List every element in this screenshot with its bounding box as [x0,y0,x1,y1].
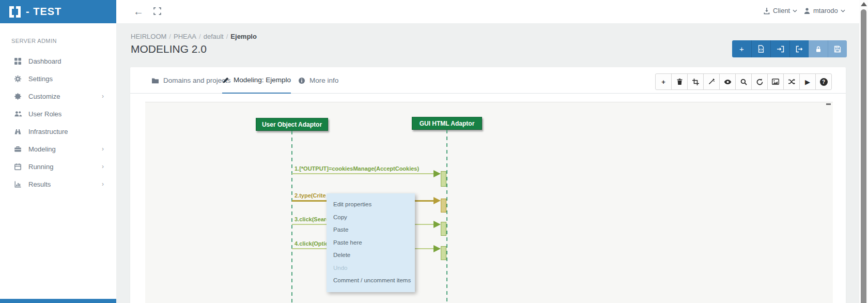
message-label[interactable]: 4.click(Optio [295,240,329,248]
delete-button[interactable] [671,73,688,90]
message-label[interactable]: 1.[*OUTPUT]=cookiesManage(AcceptCookies) [295,165,419,173]
activation-bar [441,222,446,236]
arrow-right-icon [433,197,441,204]
image-button[interactable] [767,73,784,90]
tab-modeling-ejemplo[interactable]: Modeling: Ejemplo [222,67,291,94]
lifeline [446,130,447,303]
plus-icon: + [739,44,744,53]
chevron-down-icon [793,9,797,12]
shuffle-icon [788,79,795,85]
gear-icon [13,74,22,83]
canvas-toolbar: + ▶ [656,73,832,90]
menu-item-paste-here[interactable]: Paste here [327,236,415,249]
search-button[interactable] [735,73,752,90]
page-scrollbar[interactable] [859,0,868,303]
chevron-down-icon [841,9,845,12]
chevron-right-icon: › [102,163,104,170]
actor-gui-html-adaptor[interactable]: GUI HTML Adaptor [412,117,482,130]
shuffle-button[interactable] [783,73,800,90]
activation-bar [441,199,446,213]
sidebar-footer-bar [0,299,116,303]
sidebar-item-label: User Roles [28,110,61,118]
add-button[interactable]: + [732,40,751,57]
fullscreen-icon[interactable] [153,7,161,15]
crop-button[interactable] [687,73,704,90]
menu-item-paste[interactable]: Paste [327,223,415,236]
users-icon [13,110,22,118]
circle-icon [13,92,22,100]
topbar: ← Client mtarodo [116,0,868,23]
trash-icon [676,78,683,85]
sidebar-item-infrastructure[interactable]: Infrastructure [0,123,116,140]
sidebar-item-modeling[interactable]: Modeling › [0,140,116,158]
refresh-button[interactable] [751,73,768,90]
client-label: Client [773,7,790,14]
sidebar-item-running[interactable]: Running › [0,158,116,175]
sidebar-item-label: Infrastructure [28,128,68,135]
canvas-scroll-nub[interactable] [826,103,831,105]
export-file-button[interactable] [751,40,770,57]
file-code-icon [757,45,765,53]
pencil-icon [222,77,229,84]
folder-icon [151,77,159,84]
question-icon: ? [820,78,828,86]
eye-icon [724,79,732,85]
sidebar-item-label: Dashboard [28,57,61,65]
sidebar-item-dashboard[interactable]: Dashboard [0,52,116,70]
arrow-right-icon [433,245,441,252]
preview-button[interactable] [719,73,736,90]
breadcrumb-current: Ejemplo [230,33,257,40]
help-button[interactable]: ? [815,73,832,90]
sidebar-item-label: Running [28,163,53,171]
info-icon [298,77,305,84]
user-icon [803,7,811,14]
modeling-card: Domains and projects Modeling: Ejemplo M… [130,67,846,303]
tab-domains-and-projects[interactable]: Domains and projects [151,67,231,94]
menu-item-copy[interactable]: Copy [327,211,415,224]
page-title: MODELING 2.0 [131,43,207,55]
tab-label: Modeling: Ejemplo [234,76,291,84]
activation-bar [441,246,446,260]
app-logo[interactable]: - TEST [0,0,116,23]
breadcrumb-item[interactable]: default [204,33,224,40]
sidebar-item-settings[interactable]: Settings [0,70,116,87]
sidebar-item-label: Settings [28,75,53,83]
breadcrumb-item[interactable]: PHEAA [174,33,196,40]
actor-user-object-adaptor[interactable]: User Object Adaptor [256,118,328,131]
message-line [292,173,433,174]
plus-icon: + [661,78,665,86]
client-dropdown[interactable]: Client [763,7,797,14]
tab-label: More info [309,77,338,84]
save-button[interactable] [828,40,847,57]
run-button[interactable]: ▶ [799,73,816,90]
tab-label: Domains and projects [163,77,231,84]
message-label[interactable]: 3.click(Searc [295,216,329,223]
message-label[interactable]: 2.type(Crite [295,192,326,200]
magic-wand-button[interactable] [703,73,720,90]
user-dropdown[interactable]: mtarodo [803,7,845,14]
context-menu: Edit properties Copy Paste Paste here De… [327,193,415,292]
binoculars-icon [13,127,22,135]
import-button[interactable] [770,40,789,57]
sidebar-item-customize[interactable]: Customize › [0,87,116,105]
save-icon [834,46,841,53]
sidebar-item-user-roles[interactable]: User Roles [0,105,116,123]
play-icon: ▶ [805,78,810,86]
chevron-right-icon: › [102,180,104,188]
scrollbar-thumb[interactable] [861,9,866,303]
add-item-button[interactable]: + [655,73,672,90]
menu-item-edit-properties[interactable]: Edit properties [327,198,415,211]
breadcrumb: HEIRLOOM/PHEAA/default/Ejemplo [131,33,257,40]
diagram-canvas[interactable]: User Object Adaptor GUI HTML Adaptor 1.[… [145,102,833,303]
sidebar-item-results[interactable]: Results › [0,175,116,193]
lock-icon [815,46,822,53]
menu-item-comment-uncomment[interactable]: Comment / uncomment items [327,274,415,287]
tab-more-info[interactable]: More info [298,67,338,94]
breadcrumb-item[interactable]: HEIRLOOM [131,33,166,40]
chevron-right-icon: › [102,93,104,100]
scroll-up-icon[interactable] [861,2,867,6]
back-icon[interactable]: ← [133,6,144,17]
lock-button[interactable] [809,40,828,57]
export-button[interactable] [789,40,809,57]
menu-item-delete[interactable]: Delete [327,249,415,262]
